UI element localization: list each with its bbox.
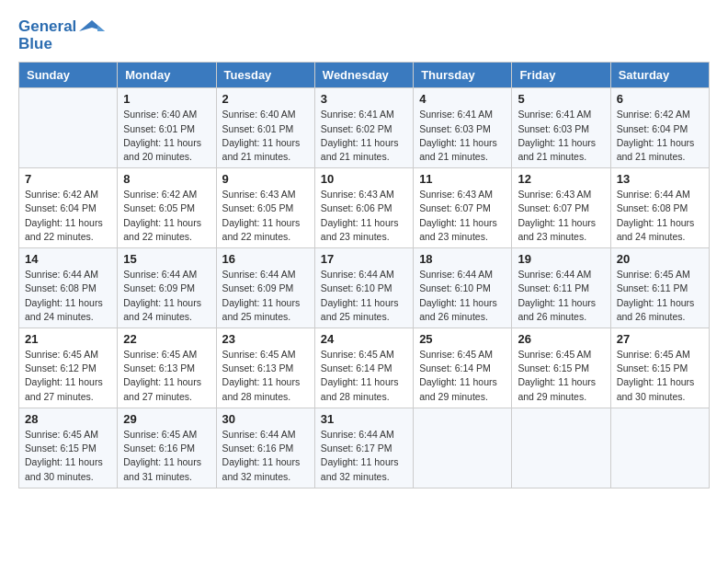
calendar-cell: 25Sunrise: 6:45 AMSunset: 6:14 PMDayligh… xyxy=(414,328,512,408)
calendar-cell: 16Sunrise: 6:44 AMSunset: 6:09 PMDayligh… xyxy=(216,248,314,328)
calendar-cell: 13Sunrise: 6:44 AMSunset: 6:08 PMDayligh… xyxy=(610,168,709,248)
calendar-cell: 26Sunrise: 6:45 AMSunset: 6:15 PMDayligh… xyxy=(512,328,610,408)
col-header-monday: Monday xyxy=(118,63,216,88)
logo-text-blue: Blue xyxy=(18,36,76,53)
calendar-table: SundayMondayTuesdayWednesdayThursdayFrid… xyxy=(18,62,710,488)
day-info: Sunrise: 6:43 AMSunset: 6:06 PMDaylight:… xyxy=(321,188,407,244)
day-number: 8 xyxy=(123,172,210,186)
day-info: Sunrise: 6:43 AMSunset: 6:05 PMDaylight:… xyxy=(222,188,309,244)
calendar-cell: 29Sunrise: 6:45 AMSunset: 6:16 PMDayligh… xyxy=(118,408,216,488)
day-number: 21 xyxy=(25,332,111,346)
calendar-cell: 11Sunrise: 6:43 AMSunset: 6:07 PMDayligh… xyxy=(414,168,512,248)
calendar-cell: 23Sunrise: 6:45 AMSunset: 6:13 PMDayligh… xyxy=(216,328,314,408)
day-info: Sunrise: 6:44 AMSunset: 6:10 PMDaylight:… xyxy=(321,268,407,324)
calendar-cell: 18Sunrise: 6:44 AMSunset: 6:10 PMDayligh… xyxy=(414,248,512,328)
day-info: Sunrise: 6:41 AMSunset: 6:03 PMDaylight:… xyxy=(518,108,604,164)
day-info: Sunrise: 6:45 AMSunset: 6:16 PMDaylight:… xyxy=(123,428,210,484)
week-row-3: 21Sunrise: 6:45 AMSunset: 6:12 PMDayligh… xyxy=(19,328,710,408)
calendar-cell: 3Sunrise: 6:41 AMSunset: 6:02 PMDaylight… xyxy=(314,88,413,168)
day-number: 7 xyxy=(25,172,111,186)
day-info: Sunrise: 6:45 AMSunset: 6:15 PMDaylight:… xyxy=(518,348,604,404)
calendar-cell: 5Sunrise: 6:41 AMSunset: 6:03 PMDaylight… xyxy=(512,88,610,168)
day-number: 16 xyxy=(222,252,309,266)
day-number: 5 xyxy=(518,92,604,106)
calendar-cell: 14Sunrise: 6:44 AMSunset: 6:08 PMDayligh… xyxy=(19,248,118,328)
day-info: Sunrise: 6:44 AMSunset: 6:17 PMDaylight:… xyxy=(321,428,407,484)
week-row-1: 7Sunrise: 6:42 AMSunset: 6:04 PMDaylight… xyxy=(19,168,710,248)
day-number: 20 xyxy=(617,252,703,266)
day-info: Sunrise: 6:44 AMSunset: 6:09 PMDaylight:… xyxy=(123,268,210,324)
day-info: Sunrise: 6:42 AMSunset: 6:05 PMDaylight:… xyxy=(123,188,210,244)
calendar-cell: 31Sunrise: 6:44 AMSunset: 6:17 PMDayligh… xyxy=(314,408,413,488)
day-number: 17 xyxy=(321,252,407,266)
calendar-cell: 17Sunrise: 6:44 AMSunset: 6:10 PMDayligh… xyxy=(314,248,413,328)
day-info: Sunrise: 6:44 AMSunset: 6:16 PMDaylight:… xyxy=(222,428,309,484)
col-header-wednesday: Wednesday xyxy=(314,63,413,88)
day-number: 13 xyxy=(617,172,703,186)
day-number: 30 xyxy=(222,412,309,426)
calendar-cell: 27Sunrise: 6:45 AMSunset: 6:15 PMDayligh… xyxy=(610,328,709,408)
calendar-cell: 1Sunrise: 6:40 AMSunset: 6:01 PMDaylight… xyxy=(118,88,216,168)
day-number: 15 xyxy=(123,252,210,266)
day-info: Sunrise: 6:45 AMSunset: 6:15 PMDaylight:… xyxy=(25,428,111,484)
col-header-friday: Friday xyxy=(512,63,610,88)
calendar-cell: 28Sunrise: 6:45 AMSunset: 6:15 PMDayligh… xyxy=(19,408,118,488)
day-number: 28 xyxy=(25,412,111,426)
calendar-cell: 12Sunrise: 6:43 AMSunset: 6:07 PMDayligh… xyxy=(512,168,610,248)
week-row-0: 1Sunrise: 6:40 AMSunset: 6:01 PMDaylight… xyxy=(19,88,710,168)
logo: General Blue xyxy=(18,18,105,52)
day-number: 1 xyxy=(123,92,210,106)
day-number: 9 xyxy=(222,172,309,186)
day-number: 2 xyxy=(222,92,309,106)
day-info: Sunrise: 6:40 AMSunset: 6:01 PMDaylight:… xyxy=(123,108,210,164)
day-info: Sunrise: 6:45 AMSunset: 6:11 PMDaylight:… xyxy=(617,268,703,324)
day-number: 11 xyxy=(419,172,506,186)
calendar-cell: 7Sunrise: 6:42 AMSunset: 6:04 PMDaylight… xyxy=(19,168,118,248)
day-number: 22 xyxy=(123,332,210,346)
day-number: 10 xyxy=(321,172,407,186)
logo-text-general: General xyxy=(18,18,76,36)
day-info: Sunrise: 6:45 AMSunset: 6:13 PMDaylight:… xyxy=(123,348,210,404)
col-header-sunday: Sunday xyxy=(19,63,118,88)
calendar-cell: 4Sunrise: 6:41 AMSunset: 6:03 PMDaylight… xyxy=(414,88,512,168)
logo-bird-icon xyxy=(79,18,105,44)
calendar-cell: 15Sunrise: 6:44 AMSunset: 6:09 PMDayligh… xyxy=(118,248,216,328)
day-number: 19 xyxy=(518,252,604,266)
calendar-cell xyxy=(414,408,512,488)
calendar-cell: 21Sunrise: 6:45 AMSunset: 6:12 PMDayligh… xyxy=(19,328,118,408)
day-info: Sunrise: 6:42 AMSunset: 6:04 PMDaylight:… xyxy=(25,188,111,244)
day-info: Sunrise: 6:41 AMSunset: 6:03 PMDaylight:… xyxy=(419,108,506,164)
day-info: Sunrise: 6:45 AMSunset: 6:14 PMDaylight:… xyxy=(419,348,506,404)
day-number: 31 xyxy=(321,412,407,426)
header-row: SundayMondayTuesdayWednesdayThursdayFrid… xyxy=(19,63,710,88)
day-number: 6 xyxy=(617,92,703,106)
day-info: Sunrise: 6:41 AMSunset: 6:02 PMDaylight:… xyxy=(321,108,407,164)
day-info: Sunrise: 6:45 AMSunset: 6:15 PMDaylight:… xyxy=(617,348,703,404)
day-info: Sunrise: 6:44 AMSunset: 6:08 PMDaylight:… xyxy=(617,188,703,244)
calendar-cell xyxy=(610,408,709,488)
week-row-2: 14Sunrise: 6:44 AMSunset: 6:08 PMDayligh… xyxy=(19,248,710,328)
calendar-cell: 6Sunrise: 6:42 AMSunset: 6:04 PMDaylight… xyxy=(610,88,709,168)
day-number: 27 xyxy=(617,332,703,346)
day-info: Sunrise: 6:45 AMSunset: 6:12 PMDaylight:… xyxy=(25,348,111,404)
day-info: Sunrise: 6:45 AMSunset: 6:13 PMDaylight:… xyxy=(222,348,309,404)
col-header-saturday: Saturday xyxy=(610,63,709,88)
calendar-cell: 2Sunrise: 6:40 AMSunset: 6:01 PMDaylight… xyxy=(216,88,314,168)
calendar-cell: 9Sunrise: 6:43 AMSunset: 6:05 PMDaylight… xyxy=(216,168,314,248)
day-info: Sunrise: 6:43 AMSunset: 6:07 PMDaylight:… xyxy=(518,188,604,244)
day-info: Sunrise: 6:42 AMSunset: 6:04 PMDaylight:… xyxy=(617,108,703,164)
day-number: 4 xyxy=(419,92,506,106)
week-row-4: 28Sunrise: 6:45 AMSunset: 6:15 PMDayligh… xyxy=(19,408,710,488)
calendar-cell: 10Sunrise: 6:43 AMSunset: 6:06 PMDayligh… xyxy=(314,168,413,248)
calendar-cell xyxy=(512,408,610,488)
day-number: 26 xyxy=(518,332,604,346)
calendar-cell: 30Sunrise: 6:44 AMSunset: 6:16 PMDayligh… xyxy=(216,408,314,488)
col-header-thursday: Thursday xyxy=(414,63,512,88)
day-info: Sunrise: 6:44 AMSunset: 6:09 PMDaylight:… xyxy=(222,268,309,324)
day-info: Sunrise: 6:45 AMSunset: 6:14 PMDaylight:… xyxy=(321,348,407,404)
calendar-cell: 22Sunrise: 6:45 AMSunset: 6:13 PMDayligh… xyxy=(118,328,216,408)
logo-container: General Blue xyxy=(18,18,105,52)
day-info: Sunrise: 6:43 AMSunset: 6:07 PMDaylight:… xyxy=(419,188,506,244)
calendar-cell: 20Sunrise: 6:45 AMSunset: 6:11 PMDayligh… xyxy=(610,248,709,328)
day-info: Sunrise: 6:44 AMSunset: 6:10 PMDaylight:… xyxy=(419,268,506,324)
